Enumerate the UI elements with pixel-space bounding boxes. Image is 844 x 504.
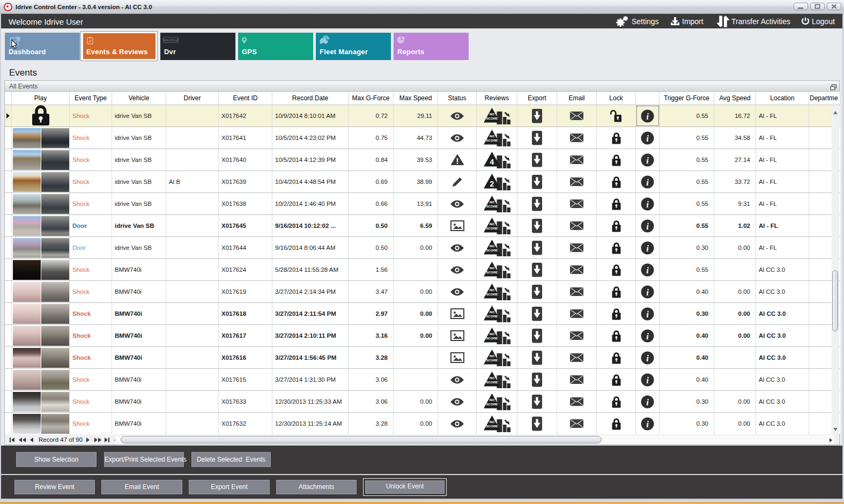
svg-text:SCORE: SCORE [486,116,498,120]
svg-text:NO: NO [489,288,494,292]
svg-text:4: 4 [490,157,494,166]
svg-text:SCORE: SCORE [486,248,498,252]
svg-text:MERGE: MERGE [163,39,179,42]
svg-text:NO: NO [489,420,494,424]
svg-text:SCORE: SCORE [486,138,498,142]
svg-text:NO: NO [489,398,494,402]
svg-text:SCORE: SCORE [486,424,498,428]
svg-text:SCORE: SCORE [486,270,498,274]
svg-text:SCORE: SCORE [486,380,498,384]
svg-text:NO: NO [489,266,494,270]
svg-text:SCORE: SCORE [486,402,498,406]
svg-text:NO: NO [489,332,494,336]
svg-text:2: 2 [490,179,494,188]
svg-text:SCORE: SCORE [486,226,498,230]
svg-text:NO: NO [489,200,494,204]
svg-text:NO: NO [489,134,494,138]
svg-text:NO: NO [489,310,494,314]
svg-text:SCORE: SCORE [486,358,498,362]
svg-text:NO: NO [489,222,494,226]
svg-text:NO: NO [489,244,494,248]
svg-text:SCORE: SCORE [486,204,498,208]
svg-text:SCORE: SCORE [486,314,498,318]
svg-text:SCORE: SCORE [486,292,498,296]
svg-text:NO: NO [489,354,494,358]
svg-text:SCORE: SCORE [486,336,498,340]
svg-text:NO: NO [489,112,494,116]
svg-text:NO: NO [489,376,494,380]
